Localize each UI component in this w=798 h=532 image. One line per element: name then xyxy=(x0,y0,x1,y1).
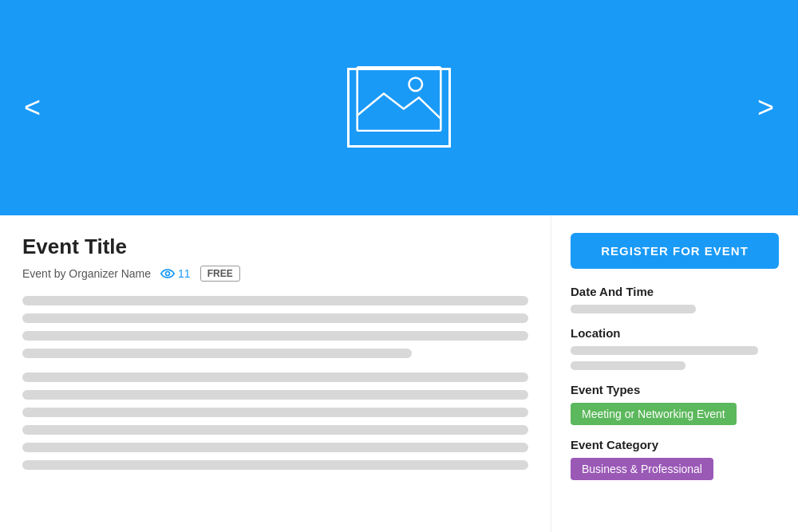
skeleton-line-5 xyxy=(22,372,528,382)
date-skeleton-1 xyxy=(571,305,696,313)
eye-icon xyxy=(160,268,175,279)
svg-point-2 xyxy=(166,272,170,276)
event-category-label: Event Category xyxy=(571,438,779,451)
event-meta: Event by Organizer Name 11 FREE xyxy=(22,266,528,282)
location-skeleton-2 xyxy=(571,361,685,370)
skeleton-line-4 xyxy=(22,349,412,358)
skeleton-line-1 xyxy=(22,296,528,305)
event-category-tag[interactable]: Business & Professional xyxy=(571,458,713,480)
event-types-label: Event Types xyxy=(571,383,779,396)
description-skeleton-group2 xyxy=(22,372,528,470)
right-panel: REGISTER FOR EVENT Date And Time Locatio… xyxy=(551,215,798,532)
location-label: Location xyxy=(571,326,779,340)
event-types-section: Event Types Meeting or Networking Event xyxy=(571,383,779,425)
page-wrapper: < > Event Title Event by Organizer Name xyxy=(0,0,798,532)
location-skeleton-1 xyxy=(571,346,758,355)
prev-button[interactable]: < xyxy=(8,85,57,130)
event-title: Event Title xyxy=(22,234,528,259)
content-area: Event Title Event by Organizer Name 11 F… xyxy=(0,215,798,532)
skeleton-line-9 xyxy=(22,443,528,452)
svg-point-1 xyxy=(409,77,422,91)
svg-rect-0 xyxy=(358,67,441,131)
hero-banner: < > xyxy=(0,0,798,215)
location-section: Location xyxy=(571,326,779,370)
left-panel: Event Title Event by Organizer Name 11 F… xyxy=(0,215,551,532)
description-skeleton-group1 xyxy=(22,296,528,358)
skeleton-line-10 xyxy=(22,460,528,470)
register-button[interactable]: REGISTER FOR EVENT xyxy=(571,233,779,269)
skeleton-line-6 xyxy=(22,390,528,400)
next-button[interactable]: > xyxy=(741,85,790,130)
date-time-section: Date And Time xyxy=(571,285,779,313)
skeleton-line-8 xyxy=(22,425,528,435)
date-time-label: Date And Time xyxy=(571,285,779,298)
views-badge: 11 xyxy=(160,267,191,280)
skeleton-line-2 xyxy=(22,313,528,323)
event-type-tag[interactable]: Meeting or Networking Event xyxy=(571,403,737,425)
skeleton-line-7 xyxy=(22,408,528,417)
skeleton-line-3 xyxy=(22,331,528,341)
organizer-name: Event by Organizer Name xyxy=(22,267,151,280)
free-badge: FREE xyxy=(200,266,240,282)
views-count: 11 xyxy=(178,267,191,280)
hero-image xyxy=(347,68,451,148)
event-category-section: Event Category Business & Professional xyxy=(571,438,779,480)
